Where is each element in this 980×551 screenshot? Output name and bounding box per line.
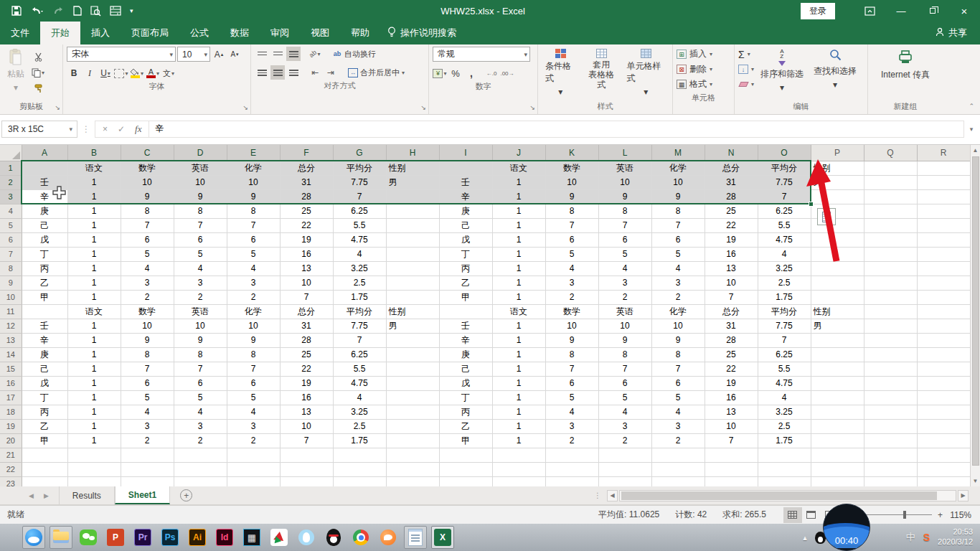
customize-qat-icon[interactable]: ▾ <box>130 7 133 14</box>
align-bottom-icon[interactable] <box>286 47 301 61</box>
column-header-B[interactable]: B <box>67 145 121 161</box>
new-file-icon[interactable] <box>73 6 82 16</box>
cell-J20[interactable]: 1 <box>492 433 545 448</box>
cell-H17[interactable] <box>386 390 439 405</box>
autosum-button[interactable]: Σ▾ <box>738 47 754 62</box>
cell-H21[interactable] <box>386 448 439 462</box>
vertical-scroll-thumb[interactable] <box>972 156 979 466</box>
cell-K21[interactable] <box>545 448 598 462</box>
row-header-20[interactable]: 20 <box>0 433 22 448</box>
cell-L20[interactable]: 2 <box>598 433 651 448</box>
row-header-1[interactable]: 1 <box>0 161 22 175</box>
cell-G12[interactable]: 7.75 <box>333 319 386 333</box>
format-cells-button[interactable]: ▦格式▾ <box>677 77 730 92</box>
cell-J2[interactable]: 1 <box>492 175 545 189</box>
cell-R12[interactable] <box>917 319 970 333</box>
cell-Q3[interactable] <box>864 189 917 204</box>
cell-D8[interactable]: 4 <box>174 261 227 276</box>
name-box[interactable]: 3R x 15C▾ <box>1 121 77 138</box>
taskbar-photoshop[interactable]: Ps <box>159 526 182 549</box>
tab-home[interactable]: 开始 <box>40 22 80 44</box>
taskbar-uc-browser[interactable] <box>377 526 400 549</box>
cell-I23[interactable] <box>439 476 492 486</box>
cell-Q4[interactable] <box>864 204 917 218</box>
taskbar-file-explorer[interactable] <box>50 526 72 549</box>
cell-L8[interactable]: 4 <box>598 261 651 276</box>
cell-M17[interactable]: 5 <box>651 390 705 405</box>
zoom-thumb[interactable] <box>903 511 906 519</box>
cell-P7[interactable] <box>811 247 864 261</box>
cell-J12[interactable]: 1 <box>492 319 545 333</box>
cell-A6[interactable]: 戊 <box>22 232 67 247</box>
cell-M23[interactable] <box>651 476 705 486</box>
signin-button[interactable]: 登录 <box>801 3 835 19</box>
cell-F22[interactable] <box>280 462 333 476</box>
cell-R21[interactable] <box>917 448 970 462</box>
decrease-font-icon[interactable]: A▾ <box>227 47 242 62</box>
cell-J17[interactable]: 1 <box>492 390 545 405</box>
print-preview-icon[interactable] <box>90 6 101 17</box>
cell-C4[interactable]: 8 <box>121 204 174 218</box>
increase-indent-icon[interactable]: ⇥ <box>324 65 338 80</box>
font-dialog-launcher[interactable]: ↘ <box>242 105 248 111</box>
cell-F11[interactable]: 总分 <box>280 304 333 319</box>
tell-me-search[interactable]: 操作说明搜索 <box>387 22 456 44</box>
cell-C21[interactable] <box>121 448 174 462</box>
conditional-formatting-button[interactable]: 条件格式▾ <box>542 47 580 99</box>
cell-O9[interactable]: 2.5 <box>758 276 811 290</box>
cell-M11[interactable]: 化学 <box>651 304 705 319</box>
cell-H14[interactable] <box>386 347 439 362</box>
page-layout-view-button[interactable] <box>802 507 821 523</box>
cell-C6[interactable]: 6 <box>121 232 174 247</box>
taskbar-video-editor[interactable]: ▦ <box>240 526 263 549</box>
cell-E12[interactable]: 10 <box>227 319 280 333</box>
cell-K18[interactable]: 4 <box>545 405 598 419</box>
cell-P10[interactable] <box>811 290 864 304</box>
sheet-next-icon[interactable]: ▶ <box>44 492 49 499</box>
cell-D15[interactable]: 7 <box>174 362 227 376</box>
cell-B16[interactable]: 1 <box>67 376 121 390</box>
cell-G21[interactable] <box>333 448 386 462</box>
cell-N1[interactable]: 总分 <box>705 161 758 175</box>
cell-R23[interactable] <box>917 476 970 486</box>
cell-E1[interactable]: 化学 <box>227 161 280 175</box>
cell-D1[interactable]: 英语 <box>174 161 227 175</box>
decrease-decimal-icon[interactable]: .00→ <box>500 66 514 80</box>
cell-J6[interactable]: 1 <box>492 232 545 247</box>
cell-D4[interactable]: 8 <box>174 204 227 218</box>
cell-P19[interactable] <box>811 419 864 433</box>
cell-F6[interactable]: 19 <box>280 232 333 247</box>
cell-I1[interactable] <box>439 161 492 175</box>
cell-E8[interactable]: 4 <box>227 261 280 276</box>
cell-G11[interactable]: 平均分 <box>333 304 386 319</box>
column-header-E[interactable]: E <box>227 145 280 161</box>
hscroll-left-icon[interactable]: ◀ <box>607 490 618 501</box>
cell-J10[interactable]: 1 <box>492 290 545 304</box>
cell-A15[interactable]: 己 <box>22 362 67 376</box>
cell-D9[interactable]: 3 <box>174 276 227 290</box>
cell-B15[interactable]: 1 <box>67 362 121 376</box>
cell-C19[interactable]: 3 <box>121 419 174 433</box>
cancel-icon[interactable]: × <box>103 124 108 134</box>
cell-G1[interactable]: 平均分 <box>333 161 386 175</box>
fill-color-button[interactable]: ▾ <box>130 66 144 80</box>
cell-K1[interactable]: 数学 <box>545 161 598 175</box>
cell-G7[interactable]: 4 <box>333 247 386 261</box>
cell-O2[interactable]: 7.75 <box>758 175 811 189</box>
cell-Q7[interactable] <box>864 247 917 261</box>
cell-E2[interactable]: 10 <box>227 175 280 189</box>
merge-center-button[interactable]: ↔合并后居中▾ <box>348 67 405 78</box>
cell-E13[interactable]: 9 <box>227 333 280 347</box>
format-as-table-button[interactable]: 套用 表格格式 <box>583 47 621 92</box>
row-header-5[interactable]: 5 <box>0 218 22 232</box>
undo-icon[interactable] <box>30 6 43 16</box>
accounting-format-icon[interactable]: ¥▾ <box>433 66 447 80</box>
column-header-C[interactable]: C <box>121 145 174 161</box>
zoom-slider[interactable] <box>866 514 932 515</box>
cell-A14[interactable]: 庚 <box>22 347 67 362</box>
cell-D12[interactable]: 10 <box>174 319 227 333</box>
cell-N4[interactable]: 25 <box>705 204 758 218</box>
cell-O10[interactable]: 1.75 <box>758 290 811 304</box>
cell-N22[interactable] <box>705 462 758 476</box>
cell-P13[interactable] <box>811 333 864 347</box>
